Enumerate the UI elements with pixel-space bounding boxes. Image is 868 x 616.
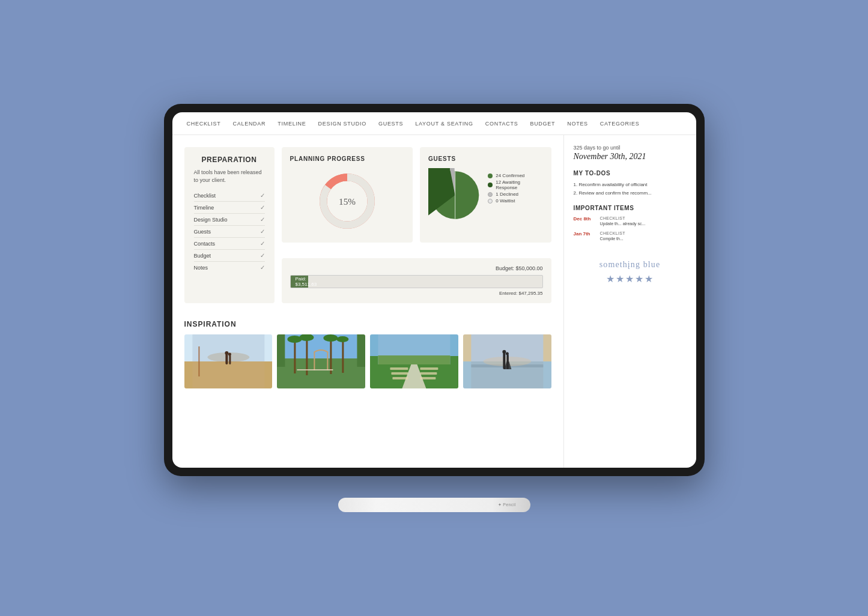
- svg-rect-31: [378, 355, 450, 364]
- legend-awaiting: 12 Awaiting Response: [488, 180, 542, 190]
- check-checklist: ✓: [260, 192, 265, 199]
- nav-item-contacts[interactable]: CONTACTS: [485, 121, 518, 127]
- prep-label-guests: Guests: [194, 229, 211, 235]
- inspiration-image-beach: [184, 334, 273, 388]
- planning-progress-title: PLANNING PROGRESS: [290, 156, 405, 162]
- svg-rect-14: [229, 355, 231, 364]
- preparation-title: PREPARATION: [194, 156, 265, 164]
- check-notes: ✓: [260, 264, 265, 271]
- budget-entered: Entered: $47,295.35: [290, 291, 543, 296]
- svg-rect-36: [391, 372, 408, 375]
- nav-item-budget[interactable]: BUDGET: [530, 121, 555, 127]
- legend-declined: 1 Declined: [488, 192, 542, 197]
- guests-title: GUESTS: [428, 156, 543, 162]
- prep-label-contacts: Contacts: [194, 241, 216, 247]
- nav-item-calendar[interactable]: CALENDAR: [233, 121, 266, 127]
- svg-rect-22: [342, 338, 344, 373]
- svg-rect-28: [327, 352, 329, 370]
- imp-tag-1: CHECKLIST: [600, 216, 646, 220]
- budget-paid-label: Paid: $3,511.63: [296, 276, 317, 287]
- svg-point-25: [324, 334, 338, 342]
- inspiration-title: INSPIRATION: [184, 320, 551, 328]
- todo-item-1: 1. Reconfirm availability of officiant: [574, 181, 687, 188]
- dot-waitlist: [488, 199, 493, 204]
- dot-awaiting: [488, 183, 493, 187]
- my-todos-title: MY TO-DOS: [574, 170, 687, 177]
- brand-stars: ★★★★★: [574, 273, 687, 285]
- svg-rect-10: [192, 361, 264, 388]
- nav-item-layout[interactable]: LAYOUT & SEATING: [415, 121, 473, 127]
- svg-rect-38: [392, 377, 408, 379]
- legend-label-awaiting: 12 Awaiting Response: [496, 180, 542, 190]
- important-items-title: IMPORTANT ITEMS: [574, 205, 687, 211]
- imp-tag-2: CHECKLIST: [600, 231, 625, 235]
- legend-label-declined: 1 Declined: [496, 192, 518, 197]
- imp-item-2: Jan 7th CHECKLIST Compile th...: [574, 231, 687, 241]
- apple-pencil: ✦ Pencil: [338, 498, 530, 512]
- svg-rect-13: [225, 354, 228, 364]
- svg-point-16: [228, 353, 231, 356]
- inspiration-grid: [184, 334, 551, 388]
- svg-point-26: [337, 336, 349, 342]
- svg-text:15%: 15%: [339, 196, 356, 207]
- dot-declined: [488, 192, 493, 197]
- inspiration-image-sunset: [463, 334, 551, 388]
- budget-bar-paid: Paid: $3,511.63: [291, 276, 308, 288]
- nav-item-timeline[interactable]: TIMELINE: [278, 121, 306, 127]
- prep-item-guests: Guests ✓: [194, 226, 265, 238]
- nav-item-guests[interactable]: GUESTS: [378, 121, 403, 127]
- svg-point-47: [506, 352, 509, 355]
- important-items-section: IMPORTANT ITEMS Dec 8th CHECKLIST Update…: [574, 205, 687, 241]
- legend-waitlist: 0 Waitlist: [488, 198, 542, 204]
- branding-section: somethįng blue ★★★★★: [574, 260, 687, 285]
- prep-item-notes: Notes ✓: [194, 262, 265, 273]
- check-design-studio: ✓: [260, 216, 265, 223]
- todo-item-2: 2. Review and confirm the recomm...: [574, 190, 687, 196]
- svg-rect-21: [330, 337, 332, 374]
- svg-rect-34: [390, 367, 408, 370]
- imp-desc-2: Compile th...: [600, 236, 625, 241]
- svg-rect-11: [198, 346, 199, 376]
- guests-widget: GUESTS: [420, 147, 551, 243]
- budget-total: Budget: $50,000.00: [290, 265, 543, 271]
- dot-confirmed: [488, 174, 493, 178]
- svg-rect-19: [294, 337, 296, 373]
- tablet-screen: CHECKLIST CALENDAR TIMELINE DESIGN STUDI…: [172, 112, 696, 468]
- check-budget: ✓: [260, 252, 265, 259]
- wedding-date: November 30th, 2021: [574, 152, 687, 162]
- nav-item-checklist[interactable]: CHECKLIST: [187, 121, 221, 127]
- preparation-description: All tools have been released to your cli…: [194, 169, 265, 184]
- imp-item-1: Dec 8th CHECKLIST Update th... already s…: [574, 216, 687, 226]
- legend-label-confirmed: 24 Confirmed: [496, 173, 524, 178]
- prep-label-timeline: Timeline: [194, 205, 214, 211]
- planning-progress-widget: PLANNING PROGRESS: [282, 147, 413, 243]
- nav-item-categories[interactable]: CATEGORIES: [600, 121, 640, 127]
- scene: CHECKLIST CALENDAR TIMELINE DESIGN STUDI…: [164, 104, 705, 512]
- check-contacts: ✓: [260, 240, 265, 247]
- legend-label-waitlist: 0 Waitlist: [496, 198, 515, 204]
- prep-label-notes: Notes: [194, 265, 208, 271]
- budget-widget: Budget: $50,000.00 Paid: $3,511.63 Enter…: [282, 258, 551, 303]
- svg-rect-35: [420, 367, 438, 370]
- main-content: PREPARATION All tools have been released…: [172, 135, 696, 468]
- imp-detail-1: CHECKLIST Update th... already sc...: [600, 216, 646, 226]
- donut-chart: 15%: [314, 168, 380, 234]
- imp-detail-2: CHECKLIST Compile th...: [600, 231, 625, 241]
- imp-date-2: Jan 7th: [574, 231, 596, 237]
- inspiration-image-aisle: [370, 334, 458, 388]
- svg-rect-29: [297, 369, 333, 370]
- inspiration-image-palms: [277, 334, 365, 388]
- top-section: PREPARATION All tools have been released…: [184, 147, 551, 312]
- prep-label-design-studio: Design Studio: [194, 217, 228, 223]
- prep-label-budget: Budget: [194, 253, 211, 259]
- prep-label-checklist: Checklist: [194, 193, 216, 199]
- right-sidebar: 325 days to go until November 30th, 2021…: [564, 135, 696, 468]
- prep-item-timeline: Timeline ✓: [194, 202, 265, 214]
- imp-desc-1: Update th... already sc...: [600, 221, 646, 226]
- nav-item-design-studio[interactable]: DESIGN STUDIO: [318, 121, 366, 127]
- prep-item-contacts: Contacts ✓: [194, 238, 265, 250]
- left-panel: PREPARATION All tools have been released…: [172, 135, 564, 468]
- legend-confirmed: 24 Confirmed: [488, 173, 542, 178]
- widgets-column: PLANNING PROGRESS: [282, 147, 551, 312]
- nav-item-notes[interactable]: NOTES: [567, 121, 588, 127]
